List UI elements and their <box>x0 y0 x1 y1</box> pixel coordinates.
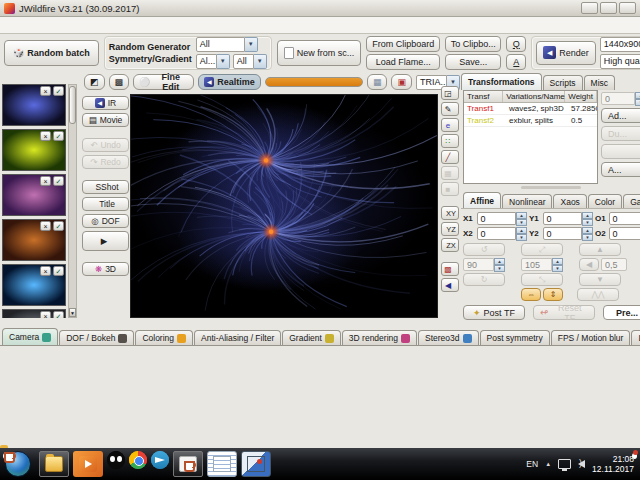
grid-toggle-button[interactable]: ▦ <box>367 74 388 90</box>
table-row[interactable]: Transf2 exblur, splits 0.5 <box>464 115 597 127</box>
resolution-select[interactable]: 1440x900▼ <box>600 37 640 52</box>
rotate-left-button[interactable]: ↺ <box>463 243 505 256</box>
tool-button[interactable]: SShot <box>82 180 129 194</box>
snap-vertical-button[interactable]: ⇕ <box>543 288 563 301</box>
o1-field[interactable]: 0▲▼ <box>609 212 640 225</box>
parameter-tab[interactable]: Anti-Aliasing / Filter <box>194 330 281 345</box>
thumbnail-close-button[interactable]: × <box>40 311 51 318</box>
parameter-tab[interactable]: DOF / Bokeh <box>59 330 134 345</box>
affine-tab[interactable]: Color <box>588 194 622 209</box>
quality-select[interactable]: High quality▼ <box>600 54 640 69</box>
thumbnail-checkbox[interactable]: ✓ <box>53 311 64 318</box>
hidden-icons-button[interactable]: ▲ <box>545 461 551 467</box>
move-up-button[interactable]: ▲ <box>579 243 621 256</box>
thumbnail-close-button[interactable]: × <box>40 221 51 231</box>
tool-button[interactable]: ▤ Movie <box>82 113 129 127</box>
tool-button[interactable]: ◎ DOF <box>82 214 129 228</box>
frame-toggle-button[interactable]: ▣ <box>391 74 412 90</box>
new-from-scratch-button[interactable]: New from sc... <box>277 40 362 66</box>
tool-button[interactable]: ↷ Redo <box>82 155 129 169</box>
rotate-right-button[interactable]: ↻ <box>463 273 505 286</box>
editor-mode-button[interactable]: ◲ <box>441 86 459 100</box>
editor-mode-button[interactable]: e <box>441 118 459 132</box>
affine-tab[interactable]: Xaos <box>553 194 586 209</box>
editor-mode-button[interactable]: ◀ <box>441 278 459 292</box>
taskbar-app-button[interactable] <box>151 451 169 469</box>
taskbar-app-button[interactable] <box>73 451 103 477</box>
transform-action-button[interactable] <box>601 144 640 159</box>
from-clipboard-button[interactable]: From Clipboard <box>366 36 440 52</box>
clock[interactable]: 21:08 12.11.2017 <box>592 454 634 474</box>
taskbar-app-button[interactable] <box>129 451 147 469</box>
thumbnail-close-button[interactable]: × <box>40 266 51 276</box>
append-button[interactable]: A <box>506 54 526 70</box>
flame-thumbnail[interactable]: × ✓ <box>2 174 66 216</box>
editor-mode-button[interactable]: ▩ <box>441 262 459 276</box>
thumbnail-scrollbar[interactable]: ▼ <box>68 84 77 318</box>
flame-thumbnail[interactable]: × ✓ <box>2 84 66 126</box>
flame-thumbnail[interactable]: × ✓ <box>2 264 66 306</box>
transform-action-button[interactable]: Du... <box>601 126 640 141</box>
move-down-button[interactable]: ▼ <box>579 273 621 286</box>
tool-button[interactable]: ❋ 3D <box>82 262 129 276</box>
o2-field[interactable]: 0▲▼ <box>609 227 640 240</box>
render-progress-bar[interactable] <box>265 77 363 87</box>
tool-button[interactable]: Title <box>82 197 129 211</box>
flame-preview-canvas[interactable] <box>130 94 438 318</box>
random-generator-select[interactable]: All▼ <box>196 37 258 52</box>
scale-field[interactable]: 105▲▼ <box>521 258 563 271</box>
realtime-toggle-button[interactable]: ◀ Realtime <box>198 74 261 90</box>
editor-mode-button[interactable]: ■ <box>441 182 459 196</box>
transform-tab[interactable]: Misc <box>584 75 615 90</box>
gradient-select[interactable]: All▼ <box>233 54 267 69</box>
window-control-button[interactable] <box>619 2 636 14</box>
snap-horizontal-button[interactable]: ⇔ <box>521 288 541 301</box>
y1-field[interactable]: 0▲▼ <box>543 212 593 225</box>
parameter-tab[interactable]: Coloring <box>135 330 193 345</box>
affine-tab[interactable]: Nonlinear <box>502 194 552 209</box>
editor-mode-button[interactable]: ∷ <box>441 134 459 148</box>
fine-edit-button[interactable]: ⚪ Fine Edit <box>133 74 194 90</box>
parameter-tab[interactable]: Post symmetry <box>480 330 550 345</box>
taskbar-app-button[interactable] <box>241 451 271 477</box>
save-flame-button[interactable]: Save... <box>445 54 501 70</box>
symmetry-select[interactable]: Al...▼ <box>196 54 230 69</box>
editor-mode-button[interactable]: YZ <box>441 222 459 236</box>
flame-thumbnail[interactable]: × ✓ <box>2 309 66 318</box>
load-flame-button[interactable]: Load Flame... <box>366 54 440 70</box>
y2-field[interactable]: 0▲▼ <box>543 227 593 240</box>
editor-mode-button[interactable]: ╱ <box>441 150 459 164</box>
transform-action-button[interactable]: A... <box>601 162 640 177</box>
scrollbar-thumb[interactable] <box>69 86 76 124</box>
volume-icon[interactable] <box>578 460 585 468</box>
transform-tab[interactable]: Scripts <box>543 75 583 90</box>
enlarge-button[interactable]: ⤢ <box>521 243 563 256</box>
flip-button[interactable]: ⋀⋀ <box>577 288 619 301</box>
to-clipboard-button[interactable]: To Clipbo... <box>445 36 501 52</box>
thumbnail-checkbox[interactable]: ✓ <box>53 266 64 276</box>
tool-button[interactable]: ▶ <box>82 231 129 251</box>
thumbnail-checkbox[interactable]: ✓ <box>53 221 64 231</box>
editor-mode-button[interactable]: ✎ <box>441 102 459 116</box>
taskbar-app-button[interactable] <box>107 451 125 469</box>
parameter-tab[interactable]: Layers <box>631 330 640 345</box>
post-tf-button[interactable]: ✦ Post TF <box>463 305 525 320</box>
render-button[interactable]: ◀ Render <box>536 41 596 65</box>
transformations-table[interactable]: Transf Variations/Name Weight Transf1 wa… <box>463 90 598 184</box>
shrink-button[interactable]: ⤡ <box>521 273 563 286</box>
parameter-tab[interactable]: Camera <box>2 328 58 345</box>
random-batch-button[interactable]: 🎲 Random batch <box>4 40 99 66</box>
parameter-tab[interactable]: FPS / Motion blur <box>551 330 631 345</box>
tool-button[interactable]: ↶ Undo <box>82 138 129 152</box>
editor-mode-button[interactable]: ZX <box>441 238 459 252</box>
tool-button[interactable]: ◀ IR <box>82 96 129 110</box>
thumbnail-checkbox[interactable]: ✓ <box>53 176 64 186</box>
flame-thumbnail[interactable]: × ✓ <box>2 219 66 261</box>
parameter-tab[interactable]: 3D rendering <box>342 330 417 345</box>
quicksave-button[interactable]: Q <box>506 36 526 52</box>
thumbnail-close-button[interactable]: × <box>40 131 51 141</box>
thumbnail-checkbox[interactable]: ✓ <box>53 131 64 141</box>
thumbnail-checkbox[interactable]: ✓ <box>53 86 64 96</box>
toggle-checker-button[interactable]: ▩ <box>109 74 130 90</box>
affine-tab[interactable]: Gamma <box>623 194 640 209</box>
